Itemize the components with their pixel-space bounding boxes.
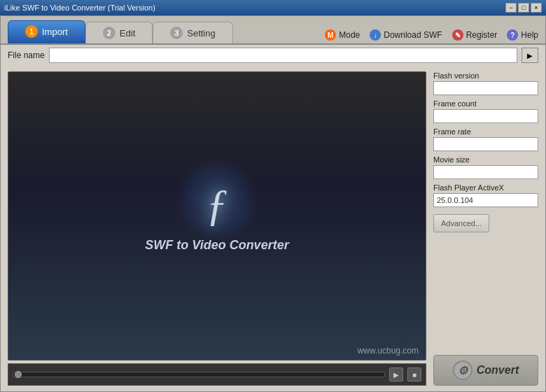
flash-version-input[interactable] (433, 81, 538, 95)
download-swf-button[interactable]: ↓ Download SWF (370, 29, 442, 41)
video-preview: ƒ SWF to Video Converter www.ucbug.com (8, 71, 426, 360)
tab-setting[interactable]: 3 Setting (153, 22, 232, 43)
file-browse-button[interactable]: ▶ (522, 48, 538, 63)
main-window: 1 Import 2 Edit 3 Setting M Mode ↓ Downl… (0, 15, 546, 392)
video-title: SWF to Video Converter (145, 238, 288, 253)
flash-player-group: Flash Player ActiveX (433, 183, 538, 207)
tab-import-label: Import (42, 27, 68, 37)
frame-rate-label: Frame rate (433, 127, 538, 136)
frame-count-input[interactable] (433, 109, 538, 123)
convert-button[interactable]: ⚙ Convert (433, 355, 538, 386)
file-name-input[interactable] (49, 48, 517, 63)
maximize-button[interactable]: □ (518, 3, 529, 13)
frame-count-label: Frame count (433, 99, 538, 108)
advanced-label: Advanced... (441, 219, 482, 227)
tab-setting-num: 3 (170, 27, 183, 39)
tab-import[interactable]: 1 Import (8, 20, 85, 43)
right-panel: Flash version Frame count Frame rate Mov… (433, 71, 538, 386)
left-panel: ƒ SWF to Video Converter www.ucbug.com ▶… (8, 71, 426, 386)
frame-count-group: Frame count (433, 99, 538, 123)
movie-size-group: Movie size (433, 155, 538, 179)
tab-import-num: 1 (25, 25, 38, 38)
mode-label: Mode (339, 30, 360, 40)
register-icon: ✎ (452, 29, 463, 41)
window-controls: − □ × (505, 3, 542, 13)
movie-size-label: Movie size (433, 155, 538, 164)
toolbar-right: M Mode ↓ Download SWF ✎ Register ? Help (325, 29, 538, 43)
convert-gear-icon: ⚙ (453, 360, 472, 380)
frame-rate-group: Frame rate (433, 127, 538, 151)
tab-edit-num: 2 (103, 27, 115, 39)
register-button[interactable]: ✎ Register (452, 29, 498, 41)
flash-player-label: Flash Player ActiveX (433, 183, 538, 192)
tabs: 1 Import 2 Edit 3 Setting (8, 20, 233, 43)
content-area: ƒ SWF to Video Converter www.ucbug.com ▶… (1, 66, 545, 391)
register-label: Register (466, 30, 498, 40)
stop-button[interactable]: ■ (407, 368, 421, 382)
flash-version-group: Flash version (433, 71, 538, 95)
help-button[interactable]: ? Help (507, 29, 538, 41)
minimize-button[interactable]: − (505, 3, 517, 13)
file-name-label: File name (8, 50, 45, 60)
tab-edit-label: Edit (120, 28, 135, 38)
mode-icon: M (325, 29, 336, 41)
movie-size-input[interactable] (433, 165, 538, 179)
progress-bar[interactable] (13, 372, 385, 377)
app-title: iLike SWF to Video Converter (Trial Vers… (4, 4, 155, 12)
mode-button[interactable]: M Mode (325, 29, 360, 41)
frame-rate-input[interactable] (433, 137, 538, 151)
progress-thumb (15, 371, 22, 378)
help-label: Help (521, 30, 538, 40)
video-controls: ▶ ■ (8, 363, 426, 386)
flash-player-input[interactable] (433, 193, 538, 207)
tab-edit[interactable]: 2 Edit (85, 22, 153, 43)
play-button[interactable]: ▶ (389, 368, 403, 382)
flash-logo-icon: ƒ (206, 179, 228, 231)
advanced-button[interactable]: Advanced... (433, 214, 489, 232)
help-icon: ? (507, 29, 518, 41)
convert-label: Convert (477, 364, 519, 377)
close-button[interactable]: × (531, 3, 542, 13)
flash-version-label: Flash version (433, 71, 538, 80)
watermark: www.ucbug.com (358, 346, 419, 356)
title-bar: iLike SWF to Video Converter (Trial Vers… (0, 0, 546, 15)
tab-bar: 1 Import 2 Edit 3 Setting M Mode ↓ Downl… (1, 16, 545, 45)
file-name-row: File name ▶ (1, 45, 545, 66)
tab-setting-label: Setting (187, 28, 215, 38)
download-icon: ↓ (370, 29, 381, 41)
download-label: Download SWF (384, 30, 442, 40)
